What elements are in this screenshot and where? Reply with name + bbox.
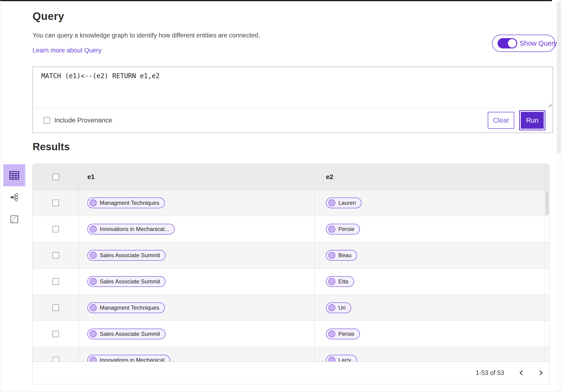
entity-node-icon (90, 252, 97, 259)
toggle-on-icon[interactable] (498, 38, 517, 48)
entity-pill-e2[interactable]: Persie (326, 329, 360, 339)
select-all-checkbox[interactable] (52, 174, 59, 180)
table-body: Managment Techniques Lauren Innovations … (33, 190, 549, 362)
resize-grip-icon[interactable] (548, 103, 552, 107)
graph-view-button[interactable] (3, 186, 25, 208)
entity-pill-e2[interactable]: Uri (326, 302, 351, 313)
chevron-left-icon (518, 369, 525, 377)
show-query-label: Show Query (520, 40, 557, 47)
path-view-icon (10, 215, 19, 223)
pill-label: Managment Techniques (100, 304, 159, 311)
row-checkbox[interactable] (52, 226, 59, 232)
row-checkbox[interactable] (52, 278, 59, 285)
entity-pill-e2[interactable]: Larry (326, 355, 357, 362)
page-title: Query (33, 10, 64, 23)
entity-pill-e2[interactable]: Persie (326, 224, 360, 234)
entity-pill-e1[interactable]: Innovations in Mechanical (87, 355, 170, 362)
entity-pill-e1[interactable]: Sales Associate Summit (87, 276, 165, 287)
entity-node-icon (328, 252, 335, 259)
pill-label: Larry (338, 357, 351, 362)
column-header-e1[interactable]: e1 (87, 173, 94, 181)
pill-label: Uri (338, 304, 346, 311)
entity-pill-e1[interactable]: Managment Techniques (87, 302, 165, 313)
window-top-border (0, 0, 552, 1)
entity-pill-e2[interactable]: Beau (326, 250, 357, 261)
entity-node-icon (90, 199, 97, 207)
pill-label: Persie (338, 226, 354, 232)
entity-node-icon (90, 330, 97, 337)
view-switcher (3, 164, 25, 230)
show-query-toggle[interactable]: Show Query (492, 35, 555, 52)
table-row: Managment Techniques Uri (33, 295, 549, 321)
row-checkbox[interactable] (52, 331, 59, 337)
row-checkbox[interactable] (52, 200, 59, 206)
entity-node-icon (328, 357, 335, 362)
entity-node-icon (328, 199, 335, 207)
table-pagination: 1-53 of 53 (33, 362, 549, 384)
table-row: Innovations in Mechanical... Persie (33, 216, 549, 242)
entity-node-icon (328, 278, 335, 285)
table-row: Innovations in Mechanical Larry (33, 347, 549, 362)
pill-label: Sales Associate Summit (100, 278, 160, 285)
table-row: Managment Techniques Lauren (33, 190, 549, 216)
pill-label: Innovations in Mechanical (100, 357, 164, 362)
include-provenance-option[interactable]: Include Provenance (44, 116, 112, 124)
entity-pill-e1[interactable]: Sales Associate Summit (87, 250, 165, 261)
page-scrollbar[interactable] (556, 1, 562, 392)
results-table: e1 e2 Managment Techniques Lauren Innova… (33, 164, 549, 384)
entity-node-icon (328, 330, 335, 337)
pill-label: Managment Techniques (100, 200, 159, 206)
results-title: Results (33, 141, 70, 153)
table-header-row: e1 e2 (33, 164, 549, 190)
pill-label: Sales Associate Summit (100, 252, 160, 259)
table-row: Sales Associate Summit Beau (33, 242, 549, 268)
entity-pill-e2[interactable]: Lauren (326, 197, 362, 208)
next-page-button[interactable] (536, 368, 546, 378)
pill-label: Beau (338, 252, 351, 259)
chevron-right-icon (537, 369, 544, 377)
entity-node-icon (328, 226, 335, 233)
row-checkbox[interactable] (52, 357, 59, 362)
table-view-icon (9, 170, 20, 181)
graph-view-icon (10, 193, 19, 202)
pill-label: Sales Associate Summit (100, 331, 160, 337)
include-provenance-checkbox[interactable] (44, 117, 50, 124)
table-view-button[interactable] (3, 164, 25, 186)
row-checkbox[interactable] (52, 252, 59, 259)
table-row: Sales Associate Summit Etta (33, 268, 549, 295)
run-button[interactable]: Run (521, 112, 544, 129)
table-scrollbar-thumb[interactable] (545, 191, 549, 215)
entity-node-icon (90, 304, 97, 311)
path-view-button[interactable] (3, 208, 25, 230)
pagination-range: 1-53 of 53 (476, 369, 504, 377)
prev-page-button[interactable] (516, 368, 527, 378)
entity-pill-e2[interactable]: Etta (326, 276, 354, 287)
entity-node-icon (90, 357, 97, 362)
query-text[interactable]: MATCH (e1)<--(e2) RETURN e1,e2 (33, 67, 553, 85)
page-scrollbar-thumb[interactable] (557, 2, 561, 154)
entity-pill-e1[interactable]: Innovations in Mechanical... (87, 224, 175, 234)
clear-button[interactable]: Clear (488, 112, 514, 129)
query-textarea[interactable]: MATCH (e1)<--(e2) RETURN e1,e2 (33, 67, 553, 108)
query-buttons: Clear Run (488, 112, 544, 129)
query-panel: MATCH (e1)<--(e2) RETURN e1,e2 Include P… (33, 67, 553, 133)
query-controls: Include Provenance Clear Run (33, 108, 553, 132)
entity-pill-e1[interactable]: Managment Techniques (87, 197, 165, 208)
table-row: Sales Associate Summit Persie (33, 321, 549, 347)
query-page: Query You can query a knowledge graph to… (0, 0, 562, 392)
pill-label: Lauren (338, 200, 356, 206)
learn-more-link[interactable]: Learn more about Query (33, 47, 101, 54)
page-description: You can query a knowledge graph to ident… (33, 32, 260, 39)
entity-pill-e1[interactable]: Sales Associate Summit (87, 329, 165, 339)
entity-node-icon (90, 278, 97, 285)
column-header-e2[interactable]: e2 (326, 173, 333, 181)
row-checkbox[interactable] (52, 304, 59, 311)
include-provenance-label: Include Provenance (54, 116, 112, 124)
toggle-knob (508, 39, 516, 47)
pill-label: Persie (338, 331, 354, 337)
entity-node-icon (90, 226, 97, 233)
pill-label: Etta (338, 278, 349, 285)
pill-label: Innovations in Mechanical... (100, 226, 169, 232)
entity-node-icon (328, 304, 335, 311)
